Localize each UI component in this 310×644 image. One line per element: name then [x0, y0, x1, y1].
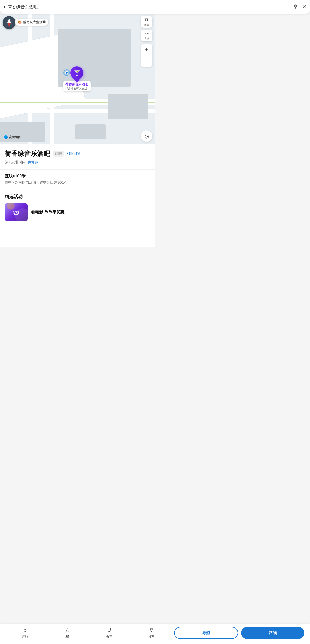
bottom-spacer — [5, 224, 150, 247]
feedback-button[interactable]: ✏ 反馈 — [141, 30, 152, 41]
feedback-label: 反馈 — [144, 37, 149, 40]
food-icon: 🍖 — [18, 20, 22, 24]
building-2 — [108, 94, 148, 119]
search-query: 荷香缘音乐酒吧 — [8, 4, 155, 10]
place-category: 酒吧 — [53, 151, 64, 157]
business-hours: 暂无营业时间 去补充 › — [5, 160, 150, 165]
zoom-in-icon: + — [145, 46, 148, 53]
map-pin-container[interactable]: 🍸 荷香缘音乐酒吧 2分钟前有人去过 — [63, 66, 91, 91]
location-button[interactable]: ◎ — [141, 130, 152, 142]
search-bar: ‹ 荷香缘音乐酒吧 🎙 ✕ — [0, 0, 155, 14]
pin-time-label: 2分钟前有人去过 — [65, 87, 88, 90]
layers-label: 图层 — [144, 23, 149, 26]
cocktail-icon: 🍸 — [73, 70, 80, 76]
place-header: 荷香缘音乐酒吧 酒吧 刚刚浏览 — [5, 149, 150, 158]
layers-icon: ⧉ — [145, 17, 148, 23]
location-info: 直线<100米 市中区双洞路与甜城大道交叉口东300米 — [5, 170, 150, 189]
back-button[interactable]: ‹ — [4, 3, 8, 11]
nearby-poi-name: 醉月城火盆烧烤 — [23, 20, 46, 24]
user-dot-inner — [65, 71, 68, 74]
location-icon: ◎ — [145, 133, 149, 139]
building-4 — [75, 124, 106, 139]
zoom-out-button[interactable]: − — [141, 55, 152, 67]
nearby-poi-badge[interactable]: 🍖 醉月城火盆烧烤 — [15, 19, 48, 26]
pin-label: 荷香缘音乐酒吧 2分钟前有人去过 — [63, 81, 91, 91]
map-controls: ⧉ 图层 ✏ 反馈 — [141, 16, 152, 41]
zoom-controls: + − — [141, 44, 152, 67]
supplement-label-text: 去补充 — [28, 160, 38, 165]
user-location-dot — [63, 69, 70, 76]
supplement-link[interactable]: 去补充 › — [28, 160, 40, 165]
feedback-icon: ✏ — [145, 31, 149, 36]
zoom-in-button[interactable]: + — [141, 44, 152, 55]
amap-logo-icon — [4, 135, 8, 139]
amap-logo: 高德地图 — [4, 135, 21, 139]
place-pin: 🍸 — [68, 64, 86, 82]
info-panel: 荷香缘音乐酒吧 酒吧 刚刚浏览 暂无营业时间 去补充 › 直线<100米 市中区… — [0, 144, 155, 247]
amap-logo-text: 高德地图 — [9, 135, 21, 139]
activity-title: 看电影 单单享优惠 — [31, 210, 64, 215]
address-text: 市中区双洞路与甜城大道交叉口东300米 — [5, 180, 150, 185]
road-vertical-2 — [50, 14, 54, 144]
zoom-out-icon: − — [145, 58, 148, 65]
activity-thumbnail: 🎟 — [5, 203, 28, 221]
business-hours-text: 暂无营业时间 — [5, 160, 26, 165]
map-area[interactable]: 🍖 醉月城火盆烧烤 🍸 荷香缘音乐酒吧 2分钟前有人去过 ⧉ 图层 — [0, 14, 155, 144]
activities-title: 精选活动 — [5, 194, 150, 200]
recently-viewed-label: 刚刚浏览 — [66, 152, 80, 156]
distance-text: 直线<100米 — [5, 174, 150, 179]
place-name: 荷香缘音乐酒吧 — [5, 149, 50, 158]
layers-button[interactable]: ⧉ 图层 — [141, 16, 152, 28]
compass[interactable] — [3, 16, 16, 29]
pin-place-name: 荷香缘音乐酒吧 — [65, 82, 88, 87]
chevron-right-icon: › — [39, 161, 40, 164]
activities-section: 精选活动 🎟 看电影 单单享优惠 — [5, 189, 150, 224]
map-pin: 🍸 荷香缘音乐酒吧 2分钟前有人去过 — [63, 66, 91, 91]
activity-card[interactable]: 🎟 看电影 单单享优惠 — [5, 203, 150, 224]
